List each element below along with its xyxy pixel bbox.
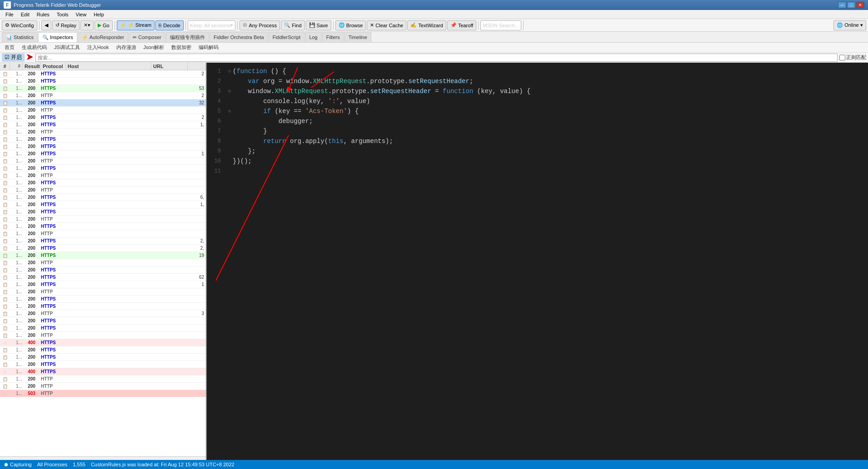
menu-file[interactable]: File xyxy=(2,10,17,19)
col-header-url[interactable]: URL xyxy=(151,63,188,70)
tab-filters[interactable]: Filters xyxy=(322,32,344,42)
open-toggle[interactable]: ☑ 开启 xyxy=(2,53,25,62)
session-row[interactable]: 📋 1... 200 HTTPS 2, xyxy=(0,237,206,245)
session-row[interactable]: 📋 1... 200 HTTPS 1 xyxy=(0,281,206,288)
session-row[interactable]: 📋 1... 200 HTTPS xyxy=(0,317,206,325)
session-row[interactable]: 📋 1... 200 HTTPS xyxy=(0,223,206,230)
minimize-button[interactable]: ─ xyxy=(838,2,846,8)
tab-plugin-cn[interactable]: 编程猫专用插件 xyxy=(166,32,209,42)
session-row[interactable]: 📋 1... 200 HTTP xyxy=(0,187,206,194)
online-button[interactable]: 🌐 Online ▾ xyxy=(833,20,866,30)
session-row[interactable]: 📋 1... 200 HTTPS 62 xyxy=(0,274,206,281)
session-row[interactable]: ⚠ 1... 400 HTTPS xyxy=(0,339,206,346)
cn-inject-hook[interactable]: 注入Hook xyxy=(85,44,112,51)
regex-option[interactable]: 正则匹配 xyxy=(839,54,866,62)
col-header-num[interactable]: # xyxy=(10,63,23,70)
session-row[interactable]: 📋 1... 200 HTTPS 1, xyxy=(0,201,206,208)
session-row[interactable]: 📋 1... 200 HTTP xyxy=(0,288,206,296)
winconfig-button[interactable]: ⚙ WinConfig xyxy=(2,20,37,30)
line-content[interactable]: window.XMLHttpRequest.prototype.setReque… xyxy=(233,86,864,96)
menu-rules[interactable]: Rules xyxy=(33,10,53,19)
tab-statistics[interactable]: 📊 Statistics xyxy=(2,32,38,42)
session-row[interactable]: 📋 1... 200 HTTPS xyxy=(0,78,206,85)
session-row[interactable]: 📋 1... 200 HTTPS xyxy=(0,361,206,368)
session-row[interactable]: 📋 1... 200 HTTPS xyxy=(0,267,206,274)
line-content[interactable]: debugger; xyxy=(233,116,864,126)
session-row[interactable]: 📋 1... 200 HTTPS 2, xyxy=(0,245,206,252)
tab-autoresponder[interactable]: ⚡ AutoResponder xyxy=(78,32,128,42)
replay-button[interactable]: ↺ Replay xyxy=(52,20,80,30)
browse-button[interactable]: 🌐 Browse xyxy=(335,20,366,30)
session-row[interactable]: 📋 1... 200 HTTPS xyxy=(0,303,206,310)
search-input[interactable] xyxy=(35,54,838,62)
stream-button[interactable]: ⚡ ⚡ Stream xyxy=(117,20,155,30)
regex-checkbox[interactable] xyxy=(839,54,845,62)
session-row[interactable]: ⚠ 1... 503 HTTP xyxy=(0,390,206,397)
col-header-result[interactable]: Result xyxy=(23,63,41,70)
line-content[interactable]: return org.apply(this, arguments); xyxy=(233,136,864,146)
back-button[interactable]: ◀ xyxy=(41,20,51,30)
code-editor[interactable]: 1 ⊖ (function () { 2 var org = window.XM… xyxy=(207,63,868,460)
decode-button[interactable]: ⎘ Decode xyxy=(155,20,184,30)
session-row[interactable]: 📋 1... 200 HTTP 3 xyxy=(0,310,206,317)
session-row[interactable]: 📋 1... 200 HTTPS 6, xyxy=(0,194,206,201)
cn-codegen[interactable]: 生成易代码 xyxy=(19,44,50,51)
menu-tools[interactable]: Tools xyxy=(53,10,72,19)
cn-home[interactable]: 首页 xyxy=(2,44,17,51)
any-process-button[interactable]: ☉ Any Process xyxy=(239,20,280,30)
msdn-search-input[interactable]: MSDN Search... xyxy=(480,20,521,30)
tab-inspectors[interactable]: 🔍 Inspectors xyxy=(38,32,77,42)
cn-memory[interactable]: 内存漫游 xyxy=(114,44,139,51)
session-row[interactable]: 📋 1... 200 HTTPS 1 xyxy=(0,150,206,158)
session-row[interactable]: 📋 1... 200 HTTPS 53 xyxy=(0,85,206,92)
session-row[interactable]: 📋 1... 200 HTTPS xyxy=(0,346,206,354)
tab-timeline[interactable]: Timeline xyxy=(344,32,371,42)
session-row[interactable]: 📋 1... 200 HTTP xyxy=(0,158,206,165)
cn-decode[interactable]: 编码解码 xyxy=(196,44,221,51)
session-row[interactable]: 📋 1... 200 HTTPS 19 xyxy=(0,252,206,259)
find-button[interactable]: 🔍 Find xyxy=(281,20,304,30)
session-row[interactable]: 📋 1... 200 HTTP xyxy=(0,259,206,267)
line-content[interactable]: console.log(key, ':', value) xyxy=(233,96,864,106)
close-button[interactable]: ✕ xyxy=(856,2,864,8)
tab-fiddler-script[interactable]: FiddlerScript xyxy=(269,32,305,42)
col-header-size[interactable] xyxy=(188,63,206,70)
restore-button[interactable]: □ xyxy=(847,2,855,8)
session-row[interactable]: 📋 1... 200 HTTPS xyxy=(0,208,206,216)
line-content[interactable]: }; xyxy=(233,146,864,156)
go-button[interactable]: ▶ Go xyxy=(95,20,113,30)
session-row[interactable]: 📋 1... 200 HTTP xyxy=(0,332,206,339)
session-row[interactable]: 📋 1... 200 HTTPS xyxy=(0,165,206,172)
session-row[interactable]: 📋 1... 200 HTTPS xyxy=(0,136,206,143)
col-header-host[interactable]: Host xyxy=(66,63,151,70)
keep-sessions-dropdown[interactable]: Keep: All sessions ▾ xyxy=(188,20,235,30)
cn-encrypt[interactable]: 数据加密 xyxy=(169,44,194,51)
col-header-protocol[interactable]: Protocol xyxy=(41,63,66,70)
session-row[interactable]: 📋 1... 200 HTTP xyxy=(0,383,206,390)
tab-fiddler-orchestra[interactable]: Fiddler Orchestra Beta xyxy=(210,32,268,42)
line-content[interactable]: var org = window.XMLHttpRequest.prototyp… xyxy=(233,76,864,86)
session-row[interactable]: 📋 1... 200 HTTP xyxy=(0,107,206,114)
session-row[interactable]: 📋 1... 200 HTTP xyxy=(0,216,206,223)
session-row[interactable]: 📋 1... 200 HTTP xyxy=(0,128,206,136)
session-row[interactable]: 📋 1... 200 HTTPS xyxy=(0,143,206,150)
line-content[interactable]: if (key == 'Acs-Token') { xyxy=(233,106,864,116)
session-row[interactable]: 📋 1... 200 HTTP 2 xyxy=(0,92,206,99)
session-row[interactable]: 📋 1... 200 HTTP xyxy=(0,172,206,179)
cn-json[interactable]: Json解析 xyxy=(141,44,167,51)
cn-js-debug[interactable]: JS调试工具 xyxy=(51,44,83,51)
save-button[interactable]: 💾 Save xyxy=(306,20,331,30)
session-row[interactable]: 📋 1... 200 HTTPS xyxy=(0,179,206,187)
session-row[interactable]: 📋 1... 200 HTTPS 2 xyxy=(0,114,206,121)
tab-log[interactable]: Log xyxy=(305,32,321,42)
session-row[interactable]: 📋 1... 200 HTTPS 2 xyxy=(0,70,206,78)
horizontal-scrollbar[interactable] xyxy=(0,456,206,460)
menu-edit[interactable]: Edit xyxy=(17,10,33,19)
session-row[interactable]: 📋 1... 200 HTTP xyxy=(0,230,206,237)
session-row[interactable]: 📋 1... 200 HTTPS xyxy=(0,325,206,332)
clear-cache-button[interactable]: ✕ Clear Cache xyxy=(367,20,406,30)
session-row[interactable]: 📋 1... 200 HTTPS xyxy=(0,354,206,361)
session-row[interactable]: 📋 1... 200 HTTPS 1, xyxy=(0,121,206,128)
session-row[interactable]: 📋 1... 200 HTTP xyxy=(0,375,206,383)
line-content[interactable]: (function () { xyxy=(233,66,864,76)
